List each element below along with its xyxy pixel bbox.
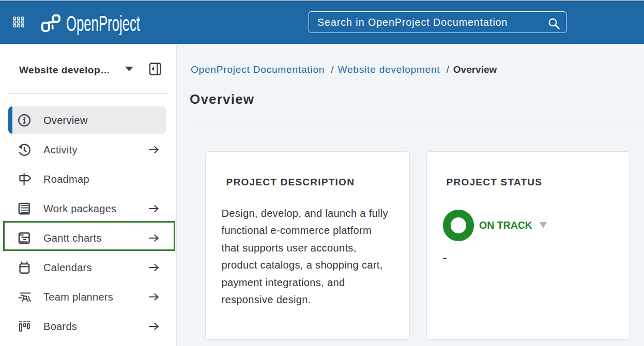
svg-text:OpenProject: OpenProject bbox=[66, 11, 140, 35]
